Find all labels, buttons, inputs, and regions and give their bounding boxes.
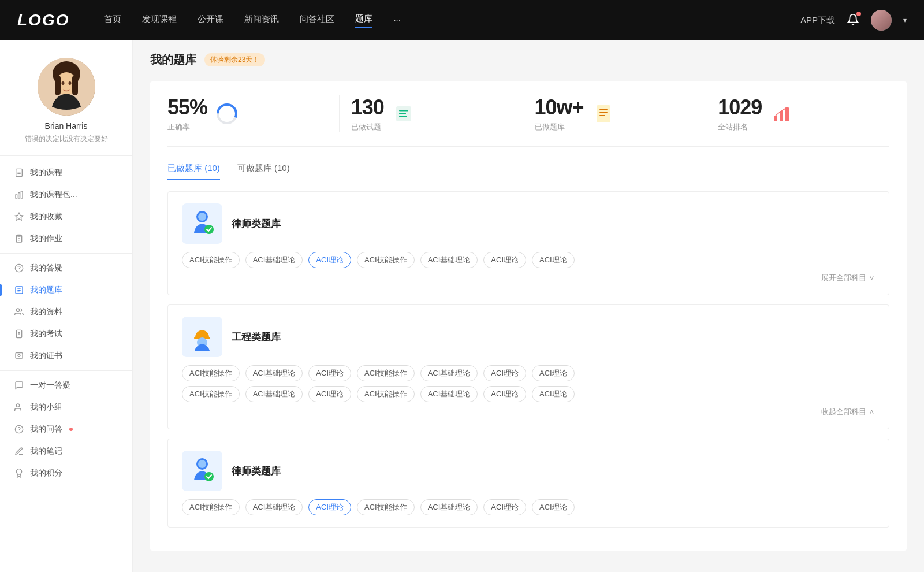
sidebar-item-points[interactable]: 我的积分 [0, 462, 132, 484]
sidebar-menu: 我的课程 我的课程包... 我的收藏 我的作业 [0, 162, 132, 484]
bank-tag[interactable]: ACI基础理论 [245, 499, 303, 515]
document-icon [14, 168, 24, 178]
notification-bell[interactable] [847, 13, 859, 28]
bank-tag[interactable]: ACI理论 [483, 499, 526, 515]
sidebar-item-profile[interactable]: 我的资料 [0, 301, 132, 323]
main-content: 我的题库 体验剩余23天！ 55% 正确率 [133, 40, 924, 572]
avatar-chevron[interactable]: ▾ [903, 16, 907, 24]
bank-card-header-lawyer2: 律师类题库 [182, 451, 875, 491]
svg-rect-44 [780, 111, 783, 121]
bank-tag[interactable]: ACI技能操作 [357, 252, 415, 268]
bank-tag[interactable]: ACI基础理论 [420, 252, 478, 268]
bank-tag[interactable]: ACI理论 [308, 386, 351, 402]
logo[interactable]: LOGO [17, 11, 69, 29]
chart-icon [14, 190, 24, 200]
sidebar-label: 我的答疑 [30, 263, 62, 273]
bank-tag[interactable]: ACI基础理论 [245, 365, 303, 381]
svg-rect-39 [597, 105, 610, 122]
sidebar-item-quiz-bank[interactable]: 我的题库 [0, 279, 132, 301]
sidebar-label: 我的证书 [30, 351, 62, 361]
sidebar: Brian Harris 错误的决定比没有决定要好 我的课程 我的课程包... [0, 40, 133, 572]
sidebar-label: 我的题库 [30, 285, 62, 295]
sidebar-item-exam[interactable]: 我的考试 [0, 323, 132, 345]
main-layout: Brian Harris 错误的决定比没有决定要好 我的课程 我的课程包... [0, 40, 924, 572]
sidebar-item-favorites[interactable]: 我的收藏 [0, 206, 132, 228]
svg-rect-37 [399, 113, 406, 114]
bank-tag[interactable]: ACI基础理论 [420, 365, 478, 381]
bank-collapse-button[interactable]: 收起全部科目 ∧ [182, 407, 875, 417]
bank-tag[interactable]: ACI技能操作 [357, 365, 415, 381]
sidebar-item-qa[interactable]: 我的答疑 [0, 257, 132, 279]
svg-point-47 [198, 213, 206, 221]
bank-tag[interactable]: ACI基础理论 [420, 499, 478, 515]
sidebar-label: 我的问答 [30, 424, 62, 434]
bank-tag[interactable]: ACI理论 [532, 386, 575, 402]
sidebar-divider-2 [0, 370, 132, 371]
nav-courses[interactable]: 发现课程 [142, 14, 177, 27]
sidebar-item-course-package[interactable]: 我的课程包... [0, 184, 132, 206]
bank-tag[interactable]: ACI基础理论 [420, 386, 478, 402]
sidebar-label: 我的小组 [30, 402, 62, 413]
svg-point-30 [16, 404, 19, 407]
question-icon [14, 263, 24, 273]
avatar[interactable] [871, 10, 892, 31]
bank-tags-lawyer-1: ACI技能操作 ACI基础理论 ACI理论 ACI技能操作 ACI基础理论 AC… [182, 252, 875, 268]
bank-title-lawyer-1: 律师类题库 [232, 217, 281, 231]
tabs-row: 已做题库 (10) 可做题库 (10) [167, 163, 889, 180]
bank-tag[interactable]: ACI技能操作 [182, 499, 240, 515]
stat-value-accuracy: 55% 正确率 [167, 95, 207, 132]
svg-marker-13 [15, 213, 23, 220]
navbar: LOGO 首页 发现课程 公开课 新闻资讯 问答社区 题库 ··· APP下载 … [0, 0, 924, 40]
sidebar-item-certificate[interactable]: 我的证书 [0, 345, 132, 367]
sidebar-item-my-courses[interactable]: 我的课程 [0, 162, 132, 184]
stat-rank: 1029 全站排名 [706, 95, 889, 132]
sidebar-label: 我的考试 [30, 329, 62, 339]
nav-quiz[interactable]: 题库 [355, 13, 372, 28]
bank-expand-button[interactable]: 展开全部科目 ∨ [182, 273, 875, 283]
bank-tag[interactable]: ACI理论 [308, 365, 351, 381]
svg-rect-42 [599, 115, 605, 116]
nav-open-course[interactable]: 公开课 [198, 14, 223, 27]
sidebar-item-notes[interactable]: 我的笔记 [0, 440, 132, 462]
bank-tag[interactable]: ACI理论 [483, 386, 526, 402]
bank-tag[interactable]: ACI技能操作 [182, 365, 240, 381]
bank-tag[interactable]: ACI理论 [532, 365, 575, 381]
sidebar-item-my-qa[interactable]: 我的问答 [0, 418, 132, 440]
tab-done-banks[interactable]: 已做题库 (10) [167, 163, 220, 180]
bank-tag[interactable]: ACI理论 [532, 252, 575, 268]
bank-tag[interactable]: ACI技能操作 [182, 252, 240, 268]
svg-rect-4 [72, 75, 78, 95]
bank-tag[interactable]: ACI基础理论 [245, 252, 303, 268]
bank-tag[interactable]: ACI理论 [483, 252, 526, 268]
nav-news[interactable]: 新闻资讯 [244, 14, 279, 27]
svg-rect-27 [16, 353, 23, 358]
navbar-menu: 首页 发现课程 公开课 新闻资讯 问答社区 题库 ··· [104, 13, 800, 28]
bank-tag[interactable]: ACI理论 [532, 499, 575, 515]
star-icon [14, 211, 24, 222]
tab-available-banks[interactable]: 可做题库 (10) [237, 163, 290, 180]
bank-tag-highlighted[interactable]: ACI理论 [308, 252, 351, 268]
sidebar-item-group[interactable]: 我的小组 [0, 396, 132, 418]
bank-card-header-eng: 工程类题库 [182, 317, 875, 357]
nav-more[interactable]: ··· [393, 14, 401, 27]
nav-qa[interactable]: 问答社区 [300, 14, 334, 27]
bank-tag[interactable]: ACI技能操作 [357, 386, 415, 402]
app-download-button[interactable]: APP下载 [800, 15, 835, 26]
sidebar-item-homework[interactable]: 我的作业 [0, 228, 132, 250]
sidebar-label: 我的课程包... [30, 190, 77, 200]
svg-rect-36 [399, 110, 408, 112]
notification-dot [856, 12, 861, 16]
bank-tag[interactable]: ACI技能操作 [182, 386, 240, 402]
bank-tag[interactable]: ACI基础理论 [245, 386, 303, 402]
profile-icon [14, 307, 24, 317]
nav-home[interactable]: 首页 [104, 14, 121, 27]
svg-point-23 [16, 309, 19, 311]
questions-icon [392, 102, 415, 125]
svg-point-32 [16, 469, 21, 474]
notification-badge [69, 428, 73, 431]
sidebar-item-1on1[interactable]: 一对一答疑 [0, 374, 132, 396]
bank-tag-highlighted[interactable]: ACI理论 [308, 499, 351, 515]
bank-tag[interactable]: ACI技能操作 [357, 499, 415, 515]
bank-tags-lawyer-2: ACI技能操作 ACI基础理论 ACI理论 ACI技能操作 ACI基础理论 AC… [182, 499, 875, 515]
bank-tag[interactable]: ACI理论 [483, 365, 526, 381]
